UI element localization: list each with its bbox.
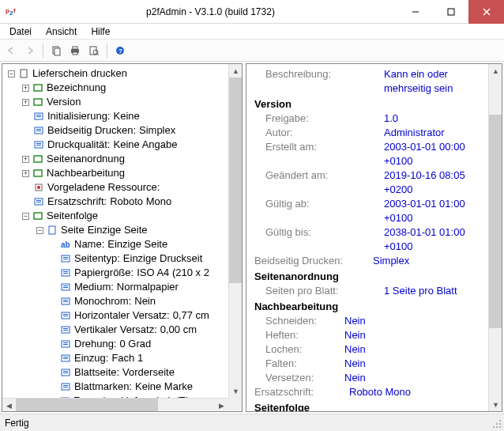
resource-icon <box>32 181 45 194</box>
resize-grip-icon[interactable] <box>491 418 502 429</box>
expand-icon[interactable]: + <box>22 99 29 106</box>
maximize-button[interactable] <box>433 0 468 24</box>
minimize-button[interactable] <box>397 0 433 24</box>
copy-button[interactable] <box>47 42 65 59</box>
tree-item-quality[interactable]: Druckqualität: Keine Angabe <box>2 138 242 152</box>
scroll-thumb[interactable] <box>16 399 158 411</box>
menu-file[interactable]: Datei <box>3 25 38 38</box>
property-icon <box>59 309 72 322</box>
tree-root[interactable]: − Lieferschein drucken <box>2 66 242 81</box>
property-icon <box>59 267 72 279</box>
detail-label: Gültig bis: <box>265 225 384 254</box>
print-button[interactable] <box>66 42 84 59</box>
svg-rect-44 <box>63 273 68 274</box>
tree-item-medium[interactable]: Medium: Normalpapier <box>2 280 242 294</box>
back-button[interactable] <box>2 42 20 59</box>
menu-help[interactable]: Hilfe <box>85 25 116 38</box>
tree-item-bezeichnung[interactable]: + Bezeichnung <box>2 81 242 95</box>
scroll-thumb[interactable] <box>229 78 242 283</box>
tree-item-nachbearbeitung[interactable]: + Nachbearbeitung <box>2 166 242 180</box>
tree-item-papier[interactable]: Papiergröße: ISO A4 (210 x 2 <box>2 266 242 280</box>
detail-scrollbar-vertical[interactable]: ▲ ▼ <box>488 64 502 411</box>
tree-item-init[interactable]: Initialisierung: Keine <box>2 109 242 123</box>
property-icon <box>59 323 72 336</box>
svg-rect-21 <box>36 115 41 115</box>
tree-item-seitentyp[interactable]: Seitentyp: Einzige Druckseit <box>2 251 242 266</box>
detail-value: Simplex <box>373 254 409 268</box>
scroll-thumb[interactable] <box>489 115 502 328</box>
property-icon <box>59 252 72 265</box>
window-controls <box>397 0 504 24</box>
tree-item-subfont[interactable]: Ersatzschrift: Roboto Mono <box>2 195 242 209</box>
detail-section: Seitenfolge <box>254 401 494 412</box>
svg-rect-27 <box>36 143 41 144</box>
svg-point-73 <box>496 423 498 425</box>
tree-item-marks[interactable]: Blattmarken: Keine Marke <box>2 380 242 394</box>
svg-rect-59 <box>63 344 68 345</box>
expand-icon[interactable]: + <box>22 156 29 163</box>
collapse-icon[interactable]: − <box>8 70 15 78</box>
forward-button[interactable] <box>21 42 39 59</box>
svg-rect-68 <box>63 387 68 388</box>
detail-label: Lochen: <box>265 342 344 357</box>
window-title: p2fAdmin - V3.1.0 (build 1732) <box>24 6 397 17</box>
svg-point-72 <box>499 420 501 422</box>
tree-item-side[interactable]: Blattseite: Vorderseite <box>2 365 242 380</box>
svg-text:?: ? <box>118 47 122 55</box>
detail-value: Nein <box>344 314 366 328</box>
scroll-down-icon[interactable]: ▼ <box>229 384 243 398</box>
tree-pane: − Lieferschein drucken + Bezeichnung + V… <box>2 63 243 412</box>
svg-rect-29 <box>34 156 42 162</box>
titlebar: p 2 f p2fAdmin - V3.1.0 (build 1732) <box>0 0 504 24</box>
detail-section: Seitenanordnung <box>254 270 494 284</box>
svg-rect-49 <box>63 300 68 301</box>
detail-value: 2003-01-01 01:00 +0100 <box>384 197 494 225</box>
help-button[interactable]: ? <box>111 42 129 59</box>
tree-item-hshift[interactable]: Horizontaler Versatz: 0,77 cm <box>2 308 242 323</box>
menu-view[interactable]: Ansicht <box>39 25 83 38</box>
status-text: Fertig <box>5 418 29 429</box>
tree-item-vshift[interactable]: Vertikaler Versatz: 0,00 cm <box>2 323 242 337</box>
tree-scrollbar-horizontal[interactable]: ◀ ▶ <box>2 398 228 411</box>
detail-label: Beschreibung: <box>265 67 384 96</box>
tree-item-version[interactable]: + Version <box>2 95 242 109</box>
svg-rect-36 <box>34 213 42 219</box>
scroll-down-icon[interactable]: ▼ <box>489 398 502 411</box>
tree-item-rotation[interactable]: Drehung: 0 Grad <box>2 337 242 351</box>
detail-value: Nein <box>344 357 366 371</box>
group-icon <box>32 96 44 108</box>
tree-item-tray[interactable]: Einzug: Fach 1 <box>2 351 242 365</box>
tree-item-seitenfolge[interactable]: − Seitenfolge <box>2 209 242 223</box>
page-icon <box>46 224 58 236</box>
property-icon <box>59 366 72 379</box>
tree[interactable]: − Lieferschein drucken + Bezeichnung + V… <box>2 64 242 410</box>
svg-rect-19 <box>34 99 42 105</box>
scroll-corner <box>228 398 242 411</box>
close-button[interactable] <box>468 0 504 24</box>
tree-item-seite[interactable]: − Seite Einzige Seite <box>2 223 242 237</box>
expand-icon[interactable]: + <box>22 85 29 92</box>
detail-label: Falten: <box>265 357 344 371</box>
scroll-up-icon[interactable]: ▲ <box>229 64 243 78</box>
tree-item-duplex[interactable]: Beidseitig Drucken: Simplex <box>2 123 242 138</box>
svg-rect-40 <box>63 257 68 258</box>
scroll-up-icon[interactable]: ▲ <box>489 64 502 78</box>
tree-item-name[interactable]: ab Name: Einzige Seite <box>2 237 242 251</box>
detail-value: 2003-01-01 00:00 +0100 <box>384 140 494 168</box>
svg-rect-55 <box>63 328 68 329</box>
expand-icon[interactable]: + <box>22 170 29 177</box>
collapse-icon[interactable]: − <box>36 227 43 234</box>
svg-rect-41 <box>63 259 68 259</box>
collapse-icon[interactable]: − <box>22 213 29 220</box>
detail-value: Nein <box>344 371 366 385</box>
scroll-left-icon[interactable]: ◀ <box>2 399 16 412</box>
tree-item-seitenanordnung[interactable]: + Seitenanordnung <box>2 152 242 166</box>
tree-scrollbar-vertical[interactable]: ▲ ▼ <box>228 64 242 398</box>
scroll-right-icon[interactable]: ▶ <box>215 399 228 412</box>
svg-rect-24 <box>36 129 41 130</box>
detail-label: Schneiden: <box>265 314 344 328</box>
svg-rect-56 <box>63 330 68 331</box>
tree-item-mono[interactable]: Monochrom: Nein <box>2 294 242 308</box>
tree-item-preloaded[interactable]: Vorgeladene Ressource: <box>2 180 242 195</box>
preview-button[interactable] <box>85 42 103 59</box>
